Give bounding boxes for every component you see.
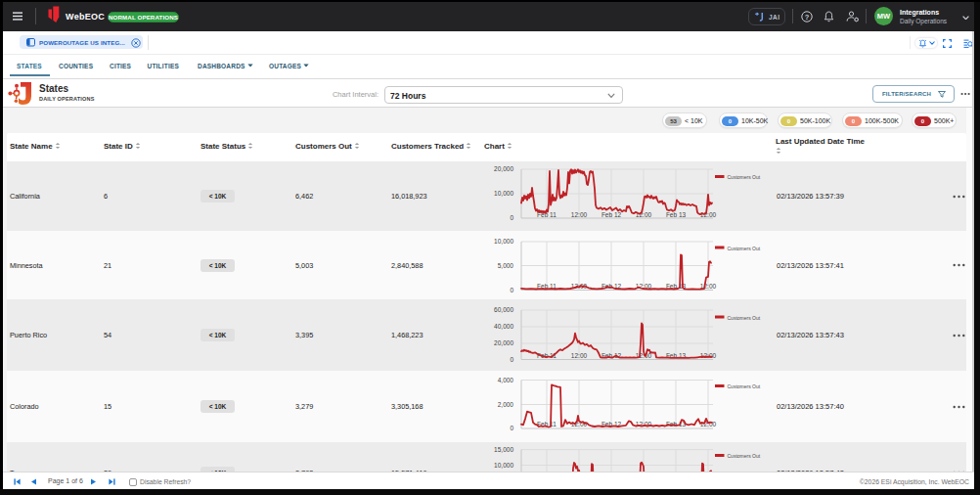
svg-text:4,000: 4,000 [498,377,514,383]
svg-text:60,000: 60,000 [494,306,513,313]
svg-text:0: 0 [510,214,513,221]
svg-text:10,000: 10,000 [494,462,513,469]
svg-text:20,000: 20,000 [494,339,513,346]
svg-text:40,000: 40,000 [494,323,513,330]
svg-text:15,000: 15,000 [494,446,513,453]
svg-text:Customers Out: Customers Out [728,246,761,251]
svg-text:5,000: 5,000 [498,262,514,269]
svg-text:Feb 12: Feb 12 [601,211,622,218]
svg-text:10,000: 10,000 [494,190,513,197]
svg-text:Customers Out: Customers Out [728,383,761,389]
svg-text:12:00: 12:00 [571,211,588,218]
svg-text:Customers Out: Customers Out [728,315,761,321]
svg-text:20,000: 20,000 [494,165,513,172]
svg-text:0: 0 [510,425,513,431]
svg-text:0: 0 [510,356,513,363]
svg-text:12:00: 12:00 [700,352,717,359]
svg-text:Feb 13: Feb 13 [666,421,687,428]
svg-text:10,000: 10,000 [494,238,513,245]
svg-text:Customers Out: Customers Out [728,453,761,459]
svg-text:0: 0 [510,287,513,293]
svg-text:Feb 13: Feb 13 [666,211,687,218]
svg-text:?: ? [805,13,810,22]
svg-text:2,000: 2,000 [498,401,514,408]
svg-text:12:00: 12:00 [636,211,652,218]
svg-text:Customers Out: Customers Out [728,174,761,180]
svg-text:12:00: 12:00 [571,352,588,359]
